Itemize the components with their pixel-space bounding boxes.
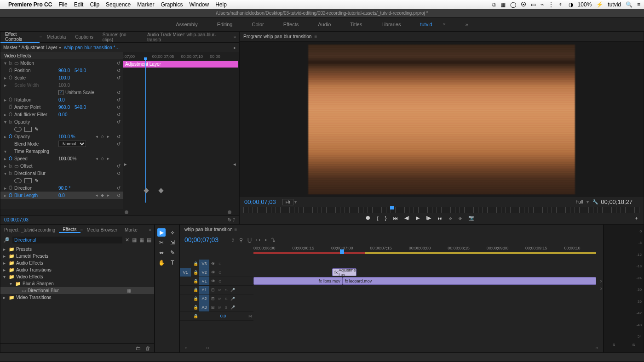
blend-mode-select[interactable]: Normal [58,141,86,147]
tab-source[interactable]: Source: (no clips) [98,32,143,42]
status-icon[interactable]: ⧉ [492,1,496,8]
time-remap-effect[interactable]: Time Remapping [14,149,58,154]
menu-graphics[interactable]: Graphics [161,1,183,8]
ws-titles[interactable]: Titles [347,20,365,29]
keyframe-nav[interactable]: ◂ ◇ ▸ [96,156,110,161]
sequence-link[interactable]: whip-pan-blur-transition *… [64,45,120,50]
loop-icon[interactable]: ↻ ⤴ [228,217,235,222]
spotlight-icon[interactable]: 🔍 [626,1,632,8]
ws-tutvid[interactable]: tutvid [417,20,435,29]
scroll-handle[interactable]: ○ [600,286,602,291]
bluetooth-icon[interactable]: ⋮ [548,1,554,8]
tree-presets[interactable]: ▸📁Presets [0,246,154,253]
timeline-ruler[interactable]: 00;00;06;00 00;00;06;15 00;00;07;00 00;0… [253,246,603,260]
ws-close-icon[interactable]: ✕ [440,20,449,28]
zoom-full-select[interactable]: Full [575,199,583,204]
ws-overflow-icon[interactable]: » [463,20,471,29]
position-y[interactable]: 540.0 [75,68,86,73]
ec-playhead[interactable] [145,59,146,203]
app-name[interactable]: Premiere Pro CC [8,1,52,8]
status-icon[interactable]: ▭ [531,1,536,8]
timeline-tracks-area[interactable]: fxAdjustment Lay fxlions.mov fxleopard.m… [253,260,603,343]
clip-adjustment-layer[interactable]: fxAdjustment Lay [332,268,356,276]
menu-help[interactable]: Help [215,1,227,8]
motion-effect[interactable]: Motion [20,61,64,66]
lift-button[interactable]: ⎆ [449,215,452,221]
ripple-tool[interactable]: ✂ [157,238,166,247]
uniform-scale-checkbox[interactable]: ✓ [58,90,63,95]
ec-clip-bar[interactable]: Adjustment Layer [123,61,238,68]
new-bin-icon[interactable]: 🗀 [136,345,141,351]
reset-icon[interactable]: ↺ [117,164,121,169]
ws-libraries[interactable]: Libraries [379,20,403,29]
track-v1[interactable]: V1 [199,277,209,285]
hand-tool[interactable]: ✋ [157,259,166,267]
reset-icon[interactable]: ↺ [117,105,121,110]
menu-file[interactable]: File [58,1,67,8]
battery-icon[interactable]: ⚡ [596,1,603,8]
menu-clip[interactable]: Clip [90,1,99,8]
fx-badge-icon[interactable]: ▦ [132,237,137,243]
ws-color[interactable]: Color [249,20,266,29]
opacity-value[interactable]: 100.0 % [58,134,75,139]
clip-lions[interactable]: fxlions.mov [253,277,343,285]
program-viewport[interactable] [240,42,644,197]
play-only-icon[interactable]: ▸ [234,45,236,50]
reset-icon[interactable]: ↺ [117,171,121,176]
tree-blur-sharpen[interactable]: ▾📁Blur & Sharpen [0,280,154,287]
step-back-button[interactable]: ◀Ⅰ [404,215,409,221]
settings-icon[interactable]: • [265,237,267,243]
marker-button[interactable]: ⬢ [366,215,370,221]
menu-sequence[interactable]: Sequence [106,1,131,8]
reset-icon[interactable]: ↺ [117,112,121,117]
ws-audio[interactable]: Audio [315,20,334,29]
reset-icon[interactable]: ↺ [117,193,121,198]
zoom-handle[interactable] [228,210,231,214]
tab-effect-controls[interactable]: Effect Controls [0,32,40,43]
wrench-icon[interactable]: 🔧 [592,199,598,204]
track-a2[interactable]: A2 [199,294,209,303]
opacity-effect[interactable]: Opacity [14,119,58,124]
ellipse-mask-icon[interactable] [14,127,22,132]
pen-mask-icon[interactable]: ✎ [34,178,39,184]
solo-left[interactable]: S [613,343,615,347]
tree-directional-blur[interactable]: ▭Directional Blur▦ [0,287,154,294]
zoom-handle[interactable]: ○ [206,345,209,351]
battery-pct[interactable]: 100% [578,1,592,8]
zoom-handle[interactable]: ○ [595,345,598,351]
reset-icon[interactable]: ↺ [117,97,121,102]
razor-tool[interactable]: ⇲ [168,238,177,247]
delete-icon[interactable]: 🗑 [145,345,150,351]
tree-video-trans[interactable]: ▸📁Video Transitions [0,294,154,301]
menu-marker[interactable]: Marker [137,1,154,8]
kf-marker-icon[interactable]: ▸ [124,161,127,167]
rect-mask-icon[interactable] [24,127,32,132]
scale-value[interactable]: 100.0 [58,75,70,80]
reset-icon[interactable]: ↺ [117,68,121,73]
clear-search-icon[interactable]: ✕ [125,237,129,243]
timeline-timecode[interactable]: 00;00;07;03 [184,236,218,243]
ws-assembly[interactable]: Assembly [173,20,201,29]
fx-badge-icon[interactable]: ▦ [139,237,144,243]
ws-effects[interactable]: Effects [281,20,301,29]
selection-tool[interactable]: ▶ [157,228,166,237]
status-icon[interactable]: ⌁ [540,1,544,8]
menu-window[interactable]: Window [190,1,209,8]
out-point-button[interactable]: } [385,215,387,221]
volume-icon[interactable]: ◑ [569,1,573,8]
in-point-button[interactable]: { [377,215,379,221]
anchor-y[interactable]: 540.0 [75,105,86,110]
mix-value[interactable]: 0.0 [199,314,247,318]
program-scrubber[interactable] [243,207,640,213]
blur-length-value[interactable]: 0.0 [58,193,65,198]
tab-captions[interactable]: Captions [70,34,98,40]
settings-icon[interactable]: ↦ [256,237,260,243]
extract-button[interactable]: ⎆ [459,215,462,221]
effect-controls-timeline[interactable]: :07;00 00;00;07;05 00;00;07;10 00;00 Adj… [123,52,239,209]
timeline-tab[interactable]: whip-pan-blur-transition [184,227,233,232]
effects-search-input[interactable] [12,237,122,243]
tab-audio-mixer[interactable]: Audio Track Mixer: whip-pan-blur-transit… [143,32,233,42]
keyframe-diamond[interactable] [144,188,149,193]
ws-editing[interactable]: Editing [214,20,236,29]
tree-video-fx[interactable]: ▾📁Video Effects [0,273,154,280]
